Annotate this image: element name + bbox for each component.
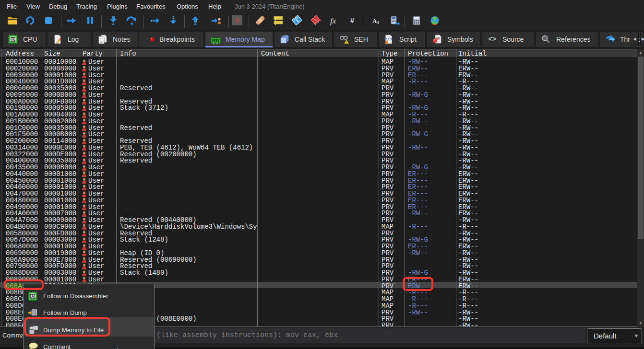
svg-text:A: A [372,17,377,24]
svg-text:32: 32 [11,37,15,42]
svg-text:fx: fx [330,16,336,25]
svg-text:!: ! [346,40,347,44]
svg-text:S: S [235,16,239,24]
svg-text:<>: <> [489,35,497,43]
svg-text:#: # [350,16,355,24]
svg-text:32: 32 [30,294,35,299]
svg-text:2: 2 [377,20,380,25]
